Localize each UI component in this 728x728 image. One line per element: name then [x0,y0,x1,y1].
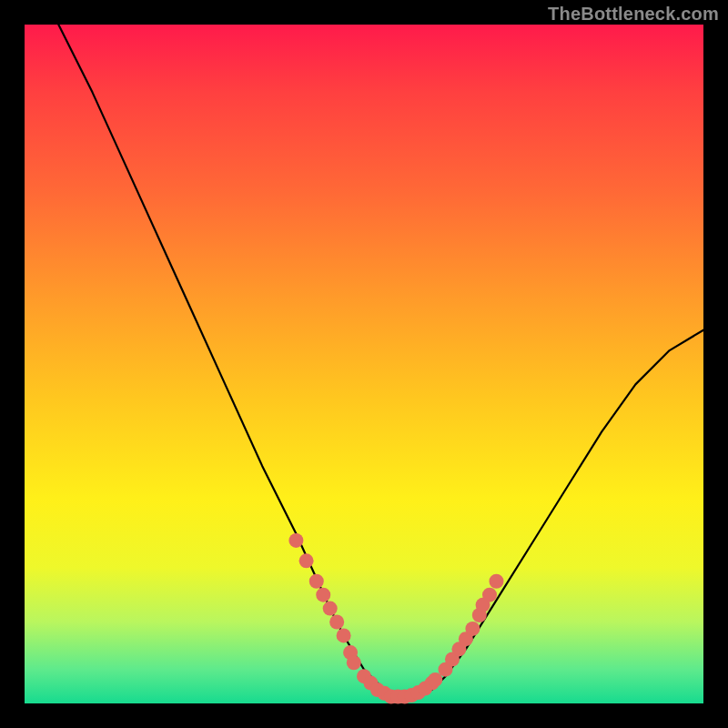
plot-area [25,25,703,703]
chart-container: TheBottleneck.com [0,0,728,728]
data-point [337,628,351,642]
data-point [347,655,361,670]
data-point [465,622,480,636]
data-point [299,553,314,568]
data-point [489,574,503,589]
data-point [329,614,344,629]
data-point [482,588,497,602]
data-point [323,602,338,616]
data-point [316,588,330,602]
watermark-text: TheBottleneck.com [548,4,719,25]
curve-line [58,25,703,697]
data-point [288,533,303,548]
chart-svg [25,25,703,703]
data-point [309,574,324,589]
